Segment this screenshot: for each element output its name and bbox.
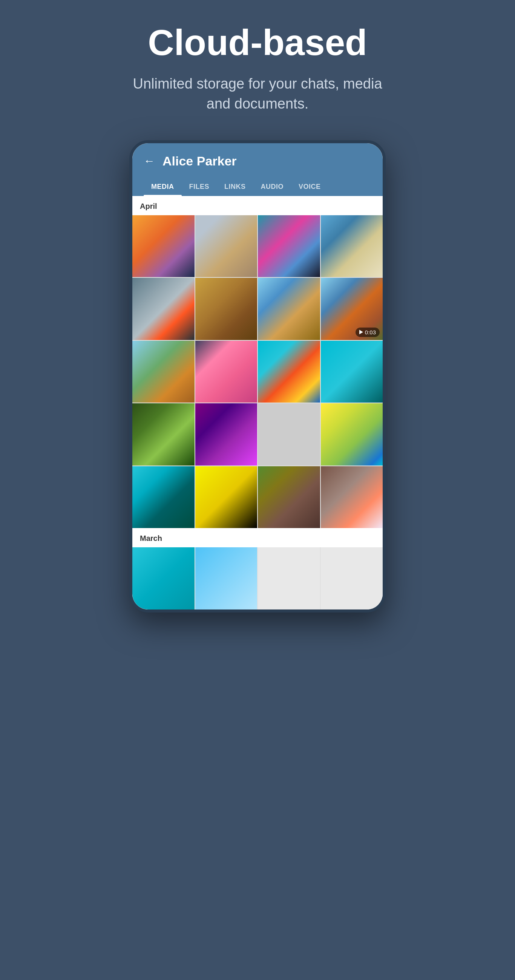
tabs-row: MEDIA FILES LINKS AUDIO VOICE	[143, 178, 372, 196]
photo-cell[interactable]	[132, 215, 195, 277]
phone-header: ← Alice Parker MEDIA FILES LINKS AUDIO V…	[132, 143, 383, 196]
photo-cell[interactable]	[258, 341, 320, 403]
photo-cell-empty	[258, 547, 320, 609]
section-label-april: April	[132, 196, 383, 215]
hero-title: Cloud-based	[148, 22, 367, 62]
photo-cell[interactable]	[321, 215, 383, 277]
photo-cell[interactable]	[132, 278, 195, 340]
tab-media[interactable]: MEDIA	[143, 178, 182, 196]
section-label-march: March	[132, 528, 383, 547]
photo-cell[interactable]	[258, 403, 320, 466]
photo-cell[interactable]	[195, 403, 257, 466]
photo-cell-video[interactable]: 0:03	[321, 278, 383, 340]
photo-cell[interactable]	[321, 403, 383, 466]
photo-cell[interactable]	[321, 341, 383, 403]
photo-cell[interactable]	[258, 278, 320, 340]
photo-cell[interactable]	[258, 215, 320, 277]
photo-cell[interactable]	[132, 466, 195, 528]
phone-mockup: ← Alice Parker MEDIA FILES LINKS AUDIO V…	[129, 140, 386, 612]
tab-audio[interactable]: AUDIO	[254, 178, 292, 196]
photo-cell[interactable]	[132, 403, 195, 466]
photo-cell[interactable]	[195, 278, 257, 340]
chat-name: Alice Parker	[163, 154, 237, 169]
photo-cell-empty	[321, 547, 383, 609]
photo-cell[interactable]	[258, 466, 320, 528]
tab-voice[interactable]: VOICE	[291, 178, 328, 196]
april-photo-grid: 0:03	[132, 215, 383, 528]
photo-cell[interactable]	[195, 341, 257, 403]
tab-files[interactable]: FILES	[182, 178, 217, 196]
play-icon	[359, 330, 363, 334]
photo-cell[interactable]	[132, 341, 195, 403]
photo-cell[interactable]	[132, 547, 195, 609]
hero-subtitle: Unlimited storage for your chats, media …	[126, 74, 389, 114]
photo-cell[interactable]	[195, 215, 257, 277]
video-duration-overlay: 0:03	[356, 328, 379, 337]
photo-cell[interactable]	[321, 466, 383, 528]
photo-cell[interactable]	[195, 547, 257, 609]
video-duration: 0:03	[365, 329, 376, 336]
photo-cell[interactable]	[195, 466, 257, 528]
phone-content: April 0:03	[132, 196, 383, 609]
march-photo-grid	[132, 547, 383, 609]
back-button[interactable]: ←	[143, 154, 155, 167]
tab-links[interactable]: LINKS	[217, 178, 254, 196]
